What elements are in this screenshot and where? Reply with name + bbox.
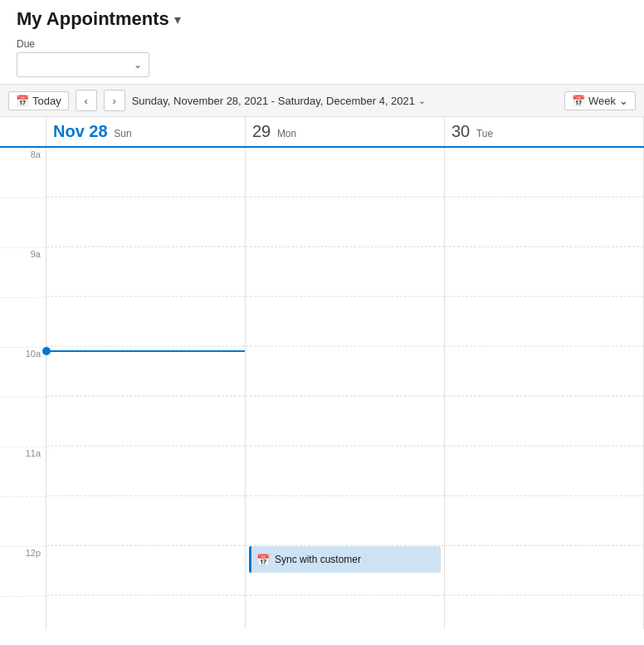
hour-9h-day2[interactable] xyxy=(445,297,643,347)
due-filter-label: Due xyxy=(17,38,627,50)
hour-8h-day0[interactable] xyxy=(46,198,245,247)
week-view-label: Week xyxy=(588,95,616,107)
hour-11-day1[interactable] xyxy=(246,447,444,496)
day-header-1: 29 Mon xyxy=(246,117,445,146)
hour-12h-day1[interactable] xyxy=(246,596,444,629)
hour-11h-day0[interactable] xyxy=(46,496,245,546)
hour-12h-day2[interactable] xyxy=(445,596,643,629)
time-8a-half xyxy=(0,198,46,247)
calendar-nav: 📅 Today ‹ › Sunday, November 28, 2021 - … xyxy=(0,84,644,117)
hour-12h-day0[interactable] xyxy=(46,596,245,629)
hour-12-day0[interactable] xyxy=(46,546,245,596)
time-9a: 9a xyxy=(0,247,46,297)
time-11a-half xyxy=(0,496,46,546)
current-time-bar xyxy=(51,350,245,352)
current-time-dot xyxy=(42,347,51,355)
time-10a: 10a xyxy=(0,347,46,397)
filter-bar: Due ⌄ xyxy=(0,35,644,84)
prev-arrow-button[interactable]: ‹ xyxy=(76,90,97,111)
due-filter-chevron-icon: ⌄ xyxy=(134,59,142,71)
hour-9-day0[interactable] xyxy=(46,247,245,297)
calendar-grid: 8a 9a 10a 11a 12p 1p 2p 3p 4p 5p xyxy=(0,148,644,629)
page-header: My Appointments ▾ xyxy=(0,0,644,35)
title-dropdown-icon[interactable]: ▾ xyxy=(174,12,181,27)
time-12p: 12p xyxy=(0,546,46,596)
hour-8h-day1[interactable] xyxy=(246,198,444,247)
day-header-0: Nov 28 Sun xyxy=(46,117,246,146)
today-button-label: Today xyxy=(32,95,61,107)
event-sync-with-customer[interactable]: 📅 Sync with customer xyxy=(249,546,441,573)
time-10a-half xyxy=(0,397,46,447)
day-name-2: Tue xyxy=(476,128,493,139)
week-view-chevron-icon: ⌄ xyxy=(619,95,628,107)
time-9a-half xyxy=(0,297,46,347)
hour-11h-day1[interactable] xyxy=(246,496,444,546)
day-column-0[interactable] xyxy=(46,148,246,629)
date-range-chevron-icon: ⌄ xyxy=(418,95,426,106)
time-12p-half xyxy=(0,596,46,629)
date-range-selector[interactable]: Sunday, November 28, 2021 - Saturday, De… xyxy=(132,95,426,107)
week-view-button[interactable]: 📅 Week ⌄ xyxy=(564,91,636,110)
day-num-0: 28 xyxy=(89,122,107,140)
hour-8-day0[interactable] xyxy=(46,148,245,198)
event-title: Sync with customer xyxy=(275,554,361,565)
next-arrow-button[interactable]: › xyxy=(104,90,125,111)
day-num-2: 30 xyxy=(451,122,470,140)
time-11a: 11a xyxy=(0,447,46,496)
hour-10h-day1[interactable] xyxy=(246,397,444,447)
hour-11-day2[interactable] xyxy=(445,447,643,496)
date-range-text: Sunday, November 28, 2021 - Saturday, De… xyxy=(132,95,415,107)
hour-11h-day2[interactable] xyxy=(445,496,643,546)
hour-8h-day2[interactable] xyxy=(445,198,643,247)
hour-10-day2[interactable] xyxy=(445,347,643,397)
day-header-2: 30 Tue xyxy=(445,117,644,146)
page-title: My Appointments xyxy=(17,8,169,30)
hour-10h-day2[interactable] xyxy=(445,397,643,447)
days-columns: 📅 Sync with customer xyxy=(46,148,644,629)
day-num-1: 29 xyxy=(252,122,271,140)
hour-9-day2[interactable] xyxy=(445,247,643,297)
day-name-0: Sun xyxy=(114,128,131,139)
calendar-body: Nov 28 Sun 29 Mon 30 Tue 8a 9a 10a 11a 1… xyxy=(0,117,644,629)
day-column-1[interactable]: 📅 Sync with customer xyxy=(246,148,445,629)
week-view-calendar-icon: 📅 xyxy=(572,95,585,107)
hour-9h-day0[interactable] xyxy=(46,297,245,347)
calendar-mini-icon: 📅 xyxy=(16,95,29,107)
hour-11-day0[interactable] xyxy=(46,447,245,496)
hour-8-day1[interactable] xyxy=(246,148,444,198)
time-gutter-header xyxy=(0,117,46,146)
hour-10-day1[interactable] xyxy=(246,347,444,397)
hour-8-day2[interactable] xyxy=(445,148,643,198)
current-time-indicator xyxy=(46,347,245,355)
hour-9-day1[interactable] xyxy=(246,247,444,297)
hour-10h-day0[interactable] xyxy=(46,397,245,447)
day-date-prefix-0: Nov xyxy=(53,122,89,140)
time-8a: 8a xyxy=(0,148,46,198)
hour-9h-day1[interactable] xyxy=(246,297,444,347)
day-name-1: Mon xyxy=(277,128,296,139)
days-header: Nov 28 Sun 29 Mon 30 Tue xyxy=(0,117,644,148)
day-column-2[interactable] xyxy=(445,148,644,629)
event-calendar-icon: 📅 xyxy=(256,554,270,566)
time-gutter: 8a 9a 10a 11a 12p 1p 2p 3p 4p 5p xyxy=(0,148,46,629)
due-filter-select[interactable]: ⌄ xyxy=(17,52,149,77)
today-button[interactable]: 📅 Today xyxy=(8,91,69,110)
hour-12-day2[interactable] xyxy=(445,546,643,596)
